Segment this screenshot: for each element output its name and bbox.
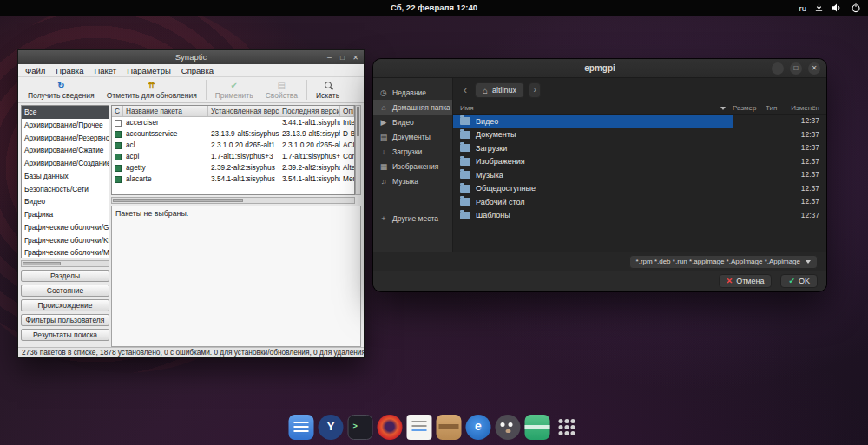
file-row[interactable]: Видео12:37 xyxy=(453,115,826,128)
synaptic-menu-item[interactable]: Пакет xyxy=(89,64,122,77)
category-item[interactable]: Графические оболочки/KD xyxy=(22,234,108,247)
breadcrumb-home[interactable]: altlinux xyxy=(475,82,524,98)
writer-icon[interactable] xyxy=(407,415,432,440)
installed-checkbox[interactable] xyxy=(115,176,122,183)
minimize-icon[interactable] xyxy=(772,62,784,75)
software-box-icon[interactable] xyxy=(437,415,462,440)
clock[interactable]: Сб, 22 февраля 12:40 xyxy=(391,0,477,16)
file-chooser-titlebar[interactable]: epmgpi xyxy=(373,59,826,78)
sidebar-item[interactable]: ↓Загрузки xyxy=(373,144,452,159)
toolbar-button[interactable]: Искать xyxy=(310,77,345,102)
file-row[interactable]: Изображения12:37 xyxy=(453,155,826,169)
installed-checkbox[interactable] xyxy=(115,142,122,149)
column-header-size[interactable]: Размер xyxy=(733,104,766,112)
back-chevron-icon[interactable] xyxy=(460,84,470,96)
gimp-icon[interactable] xyxy=(496,415,521,440)
toolbar-button[interactable]: Получить сведения xyxy=(22,77,101,102)
category-item[interactable]: Все xyxy=(22,106,108,119)
category-item[interactable]: Видео xyxy=(22,195,108,208)
files-app-icon[interactable] xyxy=(289,415,314,440)
category-item[interactable]: Архивирование/Резервно xyxy=(22,132,108,145)
filter-view-button[interactable]: Результаты поиска xyxy=(21,329,109,341)
synaptic-menu-item[interactable]: Файл xyxy=(20,64,50,77)
category-item[interactable]: Графика xyxy=(22,208,108,221)
category-item[interactable]: Безопасность/Сети xyxy=(22,183,108,196)
keyboard-layout-indicator[interactable]: ru xyxy=(799,3,806,13)
firefox-icon[interactable] xyxy=(378,415,403,440)
category-item[interactable]: Графические оболочки/MA xyxy=(22,246,108,258)
scrollbar-thumb[interactable] xyxy=(23,262,61,265)
toolbar-button-label: Применить xyxy=(215,91,253,100)
package-row[interactable]: accountsservice23.13.9-alt5:sisyphus23.1… xyxy=(112,128,354,140)
file-row[interactable]: Загрузки12:37 xyxy=(453,141,826,155)
column-header-name[interactable]: Имя xyxy=(460,104,733,112)
other-places-item[interactable]: + Другие места xyxy=(373,211,452,226)
column-header[interactable]: Описание xyxy=(340,106,354,116)
close-icon[interactable] xyxy=(808,62,820,75)
maximize-icon[interactable] xyxy=(790,62,802,75)
column-header[interactable]: Последняя версия xyxy=(279,106,340,116)
synaptic-category-list[interactable]: ВсеАрхивирование/ПрочееАрхивирование/Рез… xyxy=(21,105,109,258)
synaptic-menu-item[interactable]: Параметры xyxy=(122,64,176,77)
package-table-hscrollbar[interactable] xyxy=(111,197,355,204)
package-table-vscrollbar[interactable] xyxy=(355,105,361,195)
scrollbar-thumb[interactable] xyxy=(113,199,243,202)
filter-view-button[interactable]: Состояние xyxy=(21,285,109,297)
synaptic-menu-item[interactable]: Справка xyxy=(176,64,219,77)
package-row[interactable]: accerciser3.44.1-alt1:sisyphusInteractiv… xyxy=(112,117,354,128)
not-installed-checkbox[interactable] xyxy=(115,120,122,127)
column-header-type[interactable]: Тип xyxy=(766,104,786,112)
file-row[interactable]: Шаблоны12:37 xyxy=(453,209,826,223)
synaptic-titlebar[interactable]: Synaptic xyxy=(18,50,364,64)
file-type-filter-dropdown[interactable]: *.rpm *.deb *.run *.appimage *.AppImage … xyxy=(629,255,818,269)
installed-checkbox[interactable] xyxy=(115,165,122,172)
maximize-icon[interactable] xyxy=(336,50,349,65)
column-header[interactable]: Название пакета xyxy=(123,106,208,116)
file-row[interactable]: Рабочий стол12:37 xyxy=(453,195,826,209)
installed-checkbox[interactable] xyxy=(115,154,122,160)
volume-icon[interactable] xyxy=(832,3,843,13)
terminal-icon[interactable] xyxy=(348,415,373,440)
filter-view-button[interactable]: Фильтры пользователя xyxy=(21,314,109,326)
column-header[interactable]: Установленная версия xyxy=(208,106,279,116)
sidebar-item[interactable]: ▤Документы xyxy=(373,129,452,144)
package-row[interactable]: alacarte3.54.1-alt1:sisyphus3.54.1-alt1:… xyxy=(112,173,354,185)
column-header[interactable]: С xyxy=(112,106,123,116)
sidebar-item[interactable]: ⌂Домашняя папка xyxy=(373,100,452,115)
package-row[interactable]: agetty2.39.2-alt2:sisyphus2.39.2-alt2:si… xyxy=(112,162,354,173)
category-item[interactable]: Архивирование/Создание xyxy=(22,157,108,170)
minimize-icon[interactable] xyxy=(323,50,336,65)
folder-icon xyxy=(460,171,470,179)
category-item[interactable]: Графические оболочки/GN xyxy=(22,221,108,234)
close-icon[interactable] xyxy=(349,50,362,65)
synaptic-menu-item[interactable]: Правка xyxy=(50,64,89,77)
ok-button[interactable]: OK xyxy=(780,274,818,288)
download-tray-icon[interactable] xyxy=(814,3,824,13)
power-icon[interactable] xyxy=(851,3,861,13)
category-list-hscrollbar[interactable] xyxy=(21,260,109,267)
category-item[interactable]: Архивирование/Прочее xyxy=(22,119,108,132)
package-row[interactable]: acpi1.7-alt1:sisyphus+31.7-alt1:sisyphus… xyxy=(112,151,354,162)
y-app-icon[interactable] xyxy=(319,415,344,440)
sidebar-item[interactable]: ◷Недавние xyxy=(373,85,452,100)
category-item[interactable]: Базы данных xyxy=(22,170,108,183)
sidebar-item[interactable]: ▦Изображения xyxy=(373,159,452,173)
toolbar-button[interactable]: Отметить для обновления xyxy=(101,77,203,102)
category-item[interactable]: Архивирование/Сжатие xyxy=(22,144,108,157)
epm-blue-icon[interactable] xyxy=(466,415,491,440)
package-row[interactable]: acl2.3.1.0.20.d265-alt12.3.1.0.20.d265-a… xyxy=(112,140,354,151)
breadcrumb-forward-icon[interactable] xyxy=(529,82,541,98)
cancel-button[interactable]: Отмена xyxy=(719,274,773,288)
sidebar-item[interactable]: ♫Музыка xyxy=(373,173,452,188)
filter-view-button[interactable]: Разделы xyxy=(21,270,109,282)
installed-checkbox[interactable] xyxy=(115,131,122,138)
scrollbar-thumb[interactable] xyxy=(357,107,359,136)
sidebar-item[interactable]: ▶Видео xyxy=(373,115,452,129)
file-row[interactable]: Документы12:37 xyxy=(453,128,826,142)
column-header-modified[interactable]: Изменён xyxy=(786,104,826,112)
file-row[interactable]: Музыка12:37 xyxy=(453,168,826,182)
app-grid-icon[interactable] xyxy=(555,415,580,440)
package-green-icon[interactable] xyxy=(525,415,550,440)
filter-view-button[interactable]: Происхождение xyxy=(21,299,109,311)
file-row[interactable]: Общедоступные12:37 xyxy=(453,182,826,196)
